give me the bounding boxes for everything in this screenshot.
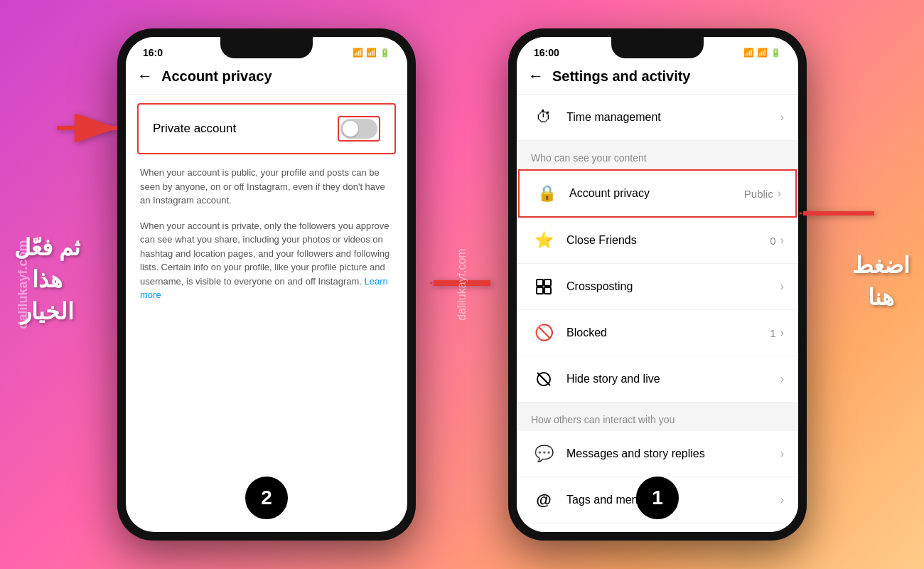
svg-rect-8 — [537, 287, 543, 294]
signal-icon: 📶 — [366, 48, 377, 58]
wifi-icon-r: 📶 — [743, 48, 754, 58]
phone-left: 16:0 📶 📶 🔋 ← Account privacy Private acc… — [117, 28, 416, 541]
tags-chevron: › — [780, 494, 784, 506]
phone-right-screen: 16:00 📶 📶 🔋 ← Settings and activity ⏱ Ti… — [517, 37, 798, 532]
description-private: When your account is private, only the f… — [126, 216, 407, 302]
hide-story-label: Hide story and live — [566, 373, 780, 385]
blocked-icon: 🚫 — [531, 320, 557, 346]
blocked-label: Blocked — [566, 326, 770, 339]
svg-rect-7 — [544, 280, 551, 286]
account-privacy-value: Public — [744, 188, 773, 200]
private-account-row[interactable]: Private account — [137, 103, 396, 154]
star-icon: ⭐ — [531, 228, 557, 253]
svg-rect-9 — [544, 287, 551, 294]
lock-icon: 🔒 — [534, 181, 559, 206]
hide-story-chevron: › — [780, 373, 784, 385]
private-account-label: Private account — [153, 122, 236, 136]
private-account-toggle[interactable] — [340, 119, 377, 139]
time-management-item[interactable]: ⏱ Time management › — [517, 95, 798, 141]
account-privacy-label: Account privacy — [569, 187, 744, 200]
at-icon: @ — [531, 487, 557, 513]
crossposting-item[interactable]: Crossposting › — [517, 264, 798, 310]
crossposting-chevron: › — [780, 280, 784, 293]
wifi-icon: 📶 — [353, 48, 363, 58]
arabic-text-left: ثم فعّل هذا الخيار — [14, 232, 80, 327]
crossposting-label: Crossposting — [566, 280, 780, 293]
account-privacy-item[interactable]: 🔒 Account privacy Public › — [518, 169, 797, 218]
back-button-left[interactable]: ← — [137, 67, 153, 85]
status-icons-left: 📶 📶 🔋 — [353, 48, 390, 58]
close-friends-item[interactable]: ⭐ Close Friends 0 › — [517, 218, 798, 264]
watermark-center: dalilukayf.com — [456, 248, 468, 320]
blocked-item[interactable]: 🚫 Blocked 1 › — [517, 310, 798, 356]
header-title-right: Settings and activity — [552, 68, 691, 85]
phone-right: 16:00 📶 📶 🔋 ← Settings and activity ⏱ Ti… — [508, 28, 807, 541]
description-public: When your account is public, your profil… — [126, 163, 407, 208]
messages-chevron: › — [780, 447, 784, 460]
time-left: 16:0 — [143, 47, 163, 58]
badge-left: 2 — [245, 477, 288, 519]
arabic-text-right: اضغط هنا — [852, 250, 910, 314]
battery-icon-r: 🔋 — [770, 48, 781, 58]
battery-icon: 🔋 — [380, 48, 390, 58]
time-chevron: › — [780, 111, 784, 124]
messages-icon: 💬 — [531, 441, 557, 467]
account-privacy-chevron: › — [778, 187, 781, 200]
notch-right — [611, 37, 704, 58]
back-button-right[interactable]: ← — [528, 67, 544, 85]
toggle-thumb — [343, 121, 358, 137]
header-title-left: Account privacy — [161, 68, 272, 85]
time-right: 16:00 — [534, 47, 559, 58]
time-icon: ⏱ — [531, 105, 557, 130]
comments-item[interactable]: 💭 Comments › — [517, 523, 798, 532]
crosspost-icon — [531, 274, 557, 299]
notch-left — [220, 37, 313, 58]
close-friends-value: 0 — [770, 235, 775, 247]
close-friends-chevron: › — [780, 234, 784, 247]
status-icons-right: 📶 📶 🔋 — [743, 48, 781, 58]
messages-item[interactable]: 💬 Messages and story replies › — [517, 431, 798, 477]
svg-rect-6 — [537, 280, 543, 286]
section-content-label: Who can see your content — [517, 141, 798, 169]
header-left: ← Account privacy — [126, 61, 407, 95]
signal-icon-r: 📶 — [757, 48, 768, 58]
messages-label: Messages and story replies — [566, 447, 780, 460]
header-right: ← Settings and activity — [517, 61, 798, 95]
badge-right: 1 — [636, 477, 679, 519]
arrow-to-toggle — [53, 114, 124, 145]
blocked-chevron: › — [780, 326, 784, 339]
arrow-to-privacy — [800, 199, 878, 230]
section-interact-label: How others can interact with you — [517, 403, 798, 431]
time-management-label: Time management — [566, 111, 780, 124]
close-friends-label: Close Friends — [566, 234, 770, 247]
toggle-container[interactable] — [338, 116, 380, 142]
hide-story-icon — [531, 366, 557, 392]
hide-story-item[interactable]: Hide story and live › — [517, 356, 798, 403]
phone-left-screen: 16:0 📶 📶 🔋 ← Account privacy Private acc… — [126, 37, 407, 532]
blocked-value: 1 — [770, 327, 775, 339]
